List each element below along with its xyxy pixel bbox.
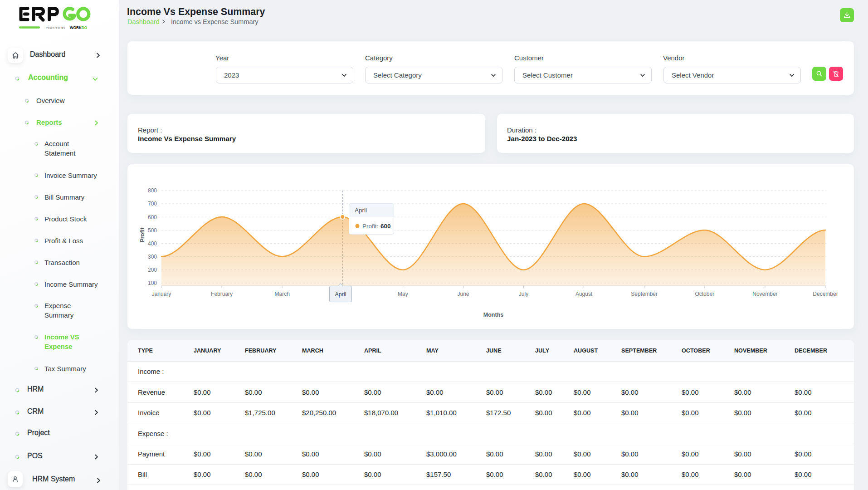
svg-text:Profit: Profit [139,227,146,242]
svg-text:May: May [398,291,408,297]
svg-text:December: December [813,291,838,297]
svg-text:July: July [519,291,528,297]
svg-text:June: June [457,291,469,297]
svg-text:Profit:: Profit: [362,223,378,230]
svg-text:600: 600 [380,223,391,230]
svg-text:October: October [695,291,714,297]
svg-text:100: 100 [148,280,157,286]
svg-text:Powered By: Powered By [46,26,65,29]
svg-text:Months: Months [483,312,503,318]
svg-text:August: August [575,291,593,297]
svg-text:300: 300 [148,254,157,260]
svg-text:500: 500 [148,227,157,234]
svg-text:400: 400 [148,240,157,247]
svg-text:700: 700 [148,201,157,207]
svg-text:200: 200 [148,267,157,273]
svg-text:February: February [211,291,233,297]
svg-text:April: April [355,207,367,214]
svg-text:April: April [335,291,346,298]
svg-text:March: March [275,291,290,297]
svg-text:January: January [152,291,171,297]
svg-text:600: 600 [148,214,157,220]
svg-text:WORKDO: WORKDO [70,26,88,29]
svg-text:September: September [631,291,658,297]
svg-text:800: 800 [148,187,157,194]
svg-text:November: November [752,291,777,297]
